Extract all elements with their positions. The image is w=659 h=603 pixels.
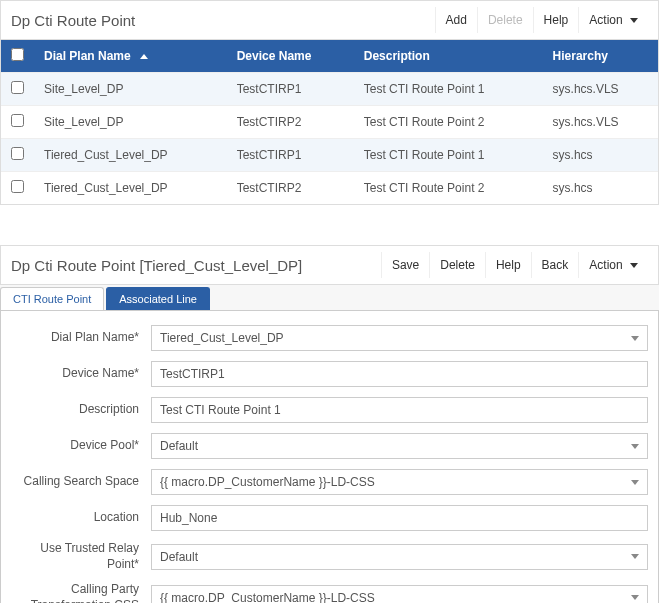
caret-down-icon — [630, 263, 638, 268]
row-checkbox-cell — [1, 106, 34, 139]
row-device-name: Device Name* — [11, 361, 648, 387]
row-description: Description — [11, 397, 648, 423]
col-device-name[interactable]: Device Name — [227, 40, 354, 73]
detail-toolbar: Save Delete Help Back Action — [381, 252, 648, 278]
tab-cti-route-point[interactable]: CTI Route Point — [0, 287, 104, 310]
select-device-pool[interactable]: Default — [151, 433, 648, 459]
value-trusted-relay: Default — [160, 550, 198, 564]
label-css: Calling Search Space — [11, 474, 151, 490]
col-dial-plan[interactable]: Dial Plan Name — [34, 40, 227, 73]
row-location: Location — [11, 505, 648, 531]
label-dial-plan: Dial Plan Name* — [11, 330, 151, 346]
input-description[interactable] — [151, 397, 648, 423]
detail-panel-header: Dp Cti Route Point [Tiered_Cust_Level_DP… — [0, 245, 659, 285]
detail-action-button[interactable]: Action — [578, 252, 648, 278]
detail-help-button[interactable]: Help — [485, 252, 531, 278]
action-label: Action — [589, 13, 622, 27]
table-row[interactable]: Tiered_Cust_Level_DPTestCTIRP1Test CTI R… — [1, 139, 658, 172]
caret-down-icon — [631, 336, 639, 341]
action-button[interactable]: Action — [578, 7, 648, 33]
row-trusted-relay: Use Trusted Relay Point* Default — [11, 541, 648, 572]
select-trusted-relay[interactable]: Default — [151, 544, 648, 570]
cell-device-name: TestCTIRP2 — [227, 106, 354, 139]
select-all-checkbox[interactable] — [11, 48, 24, 61]
list-toolbar: Add Delete Help Action — [435, 7, 648, 33]
label-device-name: Device Name* — [11, 366, 151, 382]
value-dial-plan: Tiered_Cust_Level_DP — [160, 331, 284, 345]
label-device-pool: Device Pool* — [11, 438, 151, 454]
list-table: Dial Plan Name Device Name Description H… — [1, 40, 658, 204]
input-device-name[interactable] — [151, 361, 648, 387]
list-panel-header: Dp Cti Route Point Add Delete Help Actio… — [1, 1, 658, 40]
label-trusted-relay: Use Trusted Relay Point* — [11, 541, 151, 572]
row-css: Calling Search Space {{ macro.DP_Custome… — [11, 469, 648, 495]
add-button[interactable]: Add — [435, 7, 477, 33]
row-checkbox-cell — [1, 73, 34, 106]
form-body: Dial Plan Name* Tiered_Cust_Level_DP Dev… — [0, 311, 659, 603]
label-calling-party-css: Calling Party Transformation CSS — [11, 582, 151, 603]
label-location: Location — [11, 510, 151, 526]
cell-hierarchy: sys.hcs — [543, 139, 658, 172]
cell-description: Test CTI Route Point 2 — [354, 172, 543, 205]
input-location[interactable] — [151, 505, 648, 531]
back-button[interactable]: Back — [531, 252, 579, 278]
select-css[interactable]: {{ macro.DP_CustomerName }}-LD-CSS — [151, 469, 648, 495]
row-checkbox-cell — [1, 172, 34, 205]
table-row[interactable]: Site_Level_DPTestCTIRP1Test CTI Route Po… — [1, 73, 658, 106]
caret-down-icon — [630, 18, 638, 23]
cell-dial-plan: Site_Level_DP — [34, 106, 227, 139]
detail-delete-button[interactable]: Delete — [429, 252, 485, 278]
caret-down-icon — [631, 444, 639, 449]
cell-description: Test CTI Route Point 1 — [354, 73, 543, 106]
caret-down-icon — [631, 595, 639, 600]
col-description[interactable]: Description — [354, 40, 543, 73]
col-dial-plan-label: Dial Plan Name — [44, 49, 131, 63]
save-button[interactable]: Save — [381, 252, 429, 278]
detail-action-label: Action — [589, 258, 622, 272]
row-calling-party-css: Calling Party Transformation CSS {{ macr… — [11, 582, 648, 603]
cell-dial-plan: Site_Level_DP — [34, 73, 227, 106]
row-checkbox[interactable] — [11, 147, 24, 160]
row-device-pool: Device Pool* Default — [11, 433, 648, 459]
tab-bar: CTI Route Point Associated Line — [0, 285, 659, 311]
row-checkbox[interactable] — [11, 114, 24, 127]
sort-asc-icon — [140, 54, 148, 59]
row-checkbox[interactable] — [11, 81, 24, 94]
cell-dial-plan: Tiered_Cust_Level_DP — [34, 172, 227, 205]
list-panel: Dp Cti Route Point Add Delete Help Actio… — [0, 0, 659, 205]
caret-down-icon — [631, 554, 639, 559]
cell-hierarchy: sys.hcs.VLS — [543, 73, 658, 106]
header-row: Dial Plan Name Device Name Description H… — [1, 40, 658, 73]
cell-dial-plan: Tiered_Cust_Level_DP — [34, 139, 227, 172]
cell-description: Test CTI Route Point 2 — [354, 106, 543, 139]
help-button[interactable]: Help — [533, 7, 579, 33]
select-dial-plan[interactable]: Tiered_Cust_Level_DP — [151, 325, 648, 351]
row-dial-plan: Dial Plan Name* Tiered_Cust_Level_DP — [11, 325, 648, 351]
table-row[interactable]: Tiered_Cust_Level_DPTestCTIRP2Test CTI R… — [1, 172, 658, 205]
cell-description: Test CTI Route Point 1 — [354, 139, 543, 172]
delete-button: Delete — [477, 7, 533, 33]
cell-hierarchy: sys.hcs — [543, 172, 658, 205]
label-description: Description — [11, 402, 151, 418]
table-row[interactable]: Site_Level_DPTestCTIRP2Test CTI Route Po… — [1, 106, 658, 139]
detail-panel-title: Dp Cti Route Point [Tiered_Cust_Level_DP… — [11, 257, 302, 274]
select-all-header[interactable] — [1, 40, 34, 73]
row-checkbox-cell — [1, 139, 34, 172]
select-calling-party-css[interactable]: {{ macro.DP_CustomerName }}-LD-CSS — [151, 585, 648, 603]
cell-device-name: TestCTIRP1 — [227, 73, 354, 106]
value-css: {{ macro.DP_CustomerName }}-LD-CSS — [160, 475, 375, 489]
col-hierarchy[interactable]: Hierarchy — [543, 40, 658, 73]
cell-device-name: TestCTIRP2 — [227, 172, 354, 205]
list-panel-title: Dp Cti Route Point — [11, 12, 135, 29]
tab-associated-line[interactable]: Associated Line — [106, 287, 210, 310]
value-device-pool: Default — [160, 439, 198, 453]
row-checkbox[interactable] — [11, 180, 24, 193]
cell-hierarchy: sys.hcs.VLS — [543, 106, 658, 139]
caret-down-icon — [631, 480, 639, 485]
cell-device-name: TestCTIRP1 — [227, 139, 354, 172]
value-calling-party-css: {{ macro.DP_CustomerName }}-LD-CSS — [160, 591, 375, 603]
detail-panel: Dp Cti Route Point [Tiered_Cust_Level_DP… — [0, 245, 659, 603]
